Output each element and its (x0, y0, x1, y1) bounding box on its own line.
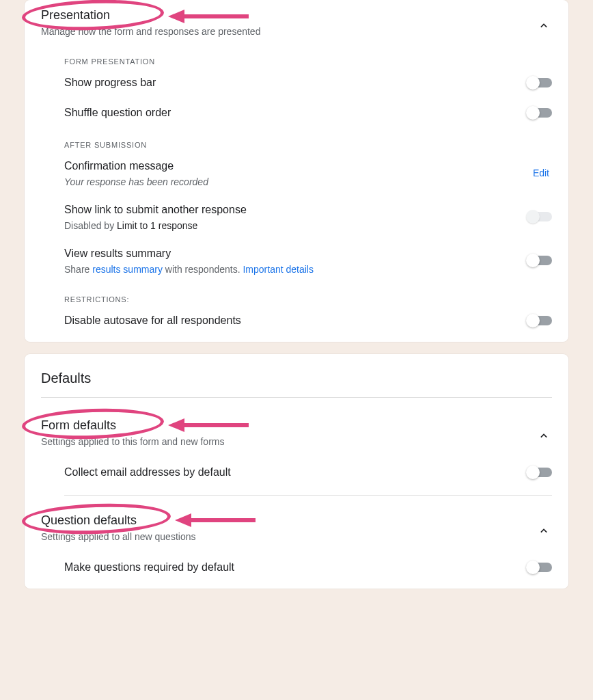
shuffle-question-order-toggle[interactable] (527, 108, 552, 118)
show-progress-bar-row: Show progress bar (41, 66, 552, 90)
presentation-subtitle: Manage how the form and responses are pr… (41, 26, 260, 37)
submit-another-bold: Limit to 1 response (117, 220, 197, 231)
form-presentation-label: FORM PRESENTATION (64, 57, 552, 66)
presentation-card: Presentation Manage how the form and res… (25, 0, 568, 342)
show-progress-bar-toggle[interactable] (527, 78, 552, 88)
important-details-link[interactable]: Important details (243, 264, 314, 275)
shuffle-question-order-row: Shuffle question order (41, 90, 552, 120)
submit-another-prefix: Disabled by (64, 220, 117, 231)
restrictions-label: RESTRICTIONS: (64, 295, 552, 304)
presentation-title: Presentation (41, 7, 260, 23)
submit-another-row: Show link to submit another response Dis… (41, 187, 552, 231)
collect-email-toggle[interactable] (527, 468, 552, 477)
view-results-row: View results summary Share results summa… (41, 231, 552, 275)
disable-autosave-toggle[interactable] (527, 316, 552, 325)
view-results-mid: with respondents. (163, 264, 243, 275)
collapse-presentation-icon[interactable] (536, 18, 552, 34)
submit-another-toggle (527, 212, 552, 221)
form-defaults-header[interactable]: Form defaults Settings applied to this f… (41, 398, 552, 447)
collapse-form-defaults-icon[interactable] (536, 428, 552, 444)
form-defaults-title: Form defaults (41, 417, 224, 433)
defaults-card-title: Defaults (41, 354, 552, 397)
view-results-title: View results summary (64, 246, 527, 261)
results-summary-link[interactable]: results summary (92, 264, 163, 275)
submit-another-sub: Disabled by Limit to 1 response (64, 220, 527, 231)
presentation-header[interactable]: Presentation Manage how the form and res… (41, 0, 552, 37)
question-defaults-header[interactable]: Question defaults Settings applied to al… (41, 496, 552, 542)
submit-another-title: Show link to submit another response (64, 202, 527, 217)
view-results-prefix: Share (64, 264, 92, 275)
shuffle-question-order-title: Shuffle question order (64, 105, 527, 120)
question-defaults-title: Question defaults (41, 512, 195, 528)
question-defaults-subtitle: Settings applied to all new questions (41, 531, 195, 542)
collect-email-row: Collect email addresses by default (41, 447, 552, 480)
view-results-sub: Share results summary with respondents. … (64, 264, 527, 275)
collapse-question-defaults-icon[interactable] (536, 523, 552, 539)
view-results-toggle[interactable] (527, 256, 552, 265)
defaults-card: Defaults Form defaults Settings applied … (25, 354, 568, 589)
confirmation-message-title: Confirmation message (64, 159, 533, 174)
disable-autosave-title: Disable autosave for all respondents (64, 313, 527, 328)
after-submission-label: AFTER SUBMISSION (64, 141, 552, 149)
confirmation-message-value: Your response has been recorded (64, 176, 533, 187)
make-required-row: Make questions required by default (41, 542, 552, 575)
make-required-toggle[interactable] (527, 563, 552, 572)
make-required-title: Make questions required by default (64, 560, 527, 575)
form-defaults-subtitle: Settings applied to this form and new fo… (41, 436, 224, 447)
edit-confirmation-button[interactable]: Edit (533, 167, 549, 178)
show-progress-bar-title: Show progress bar (64, 75, 527, 90)
disable-autosave-row: Disable autosave for all respondents (41, 304, 552, 328)
collect-email-title: Collect email addresses by default (64, 465, 527, 480)
confirmation-message-row: Confirmation message Your response has b… (41, 149, 552, 187)
